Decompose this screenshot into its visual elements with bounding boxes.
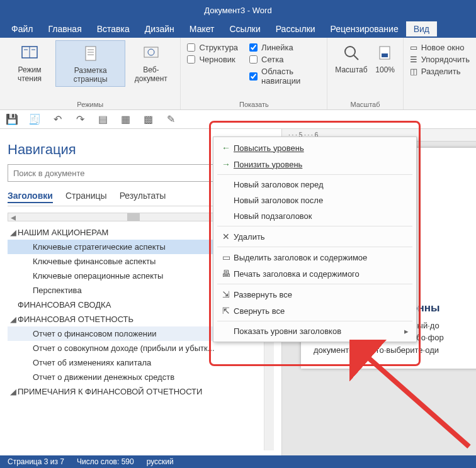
split-button[interactable]: ◫Разделить xyxy=(410,65,470,77)
structure-check[interactable]: Структура xyxy=(187,42,238,53)
tab-insert[interactable]: Вставка xyxy=(89,21,137,36)
tab-references[interactable]: Ссылки xyxy=(222,21,268,36)
ctx-print-heading[interactable]: 🖶Печать заголовка и содержимого xyxy=(213,265,416,282)
window-title: Документ3 - Word xyxy=(204,6,271,15)
quick-access-toolbar: 💾 🧾 ↶ ↷ ▤ ▦ ▩ ✎ xyxy=(0,110,476,129)
ctx-show-levels[interactable]: Показать уровни заголовков▸ xyxy=(213,323,416,339)
ruler-check[interactable]: Линейка xyxy=(249,42,320,53)
tab-mailings[interactable]: Рассылки xyxy=(268,21,323,36)
svg-rect-4 xyxy=(86,47,96,60)
group-label-show: Показать xyxy=(184,99,323,108)
qat-icon-1[interactable]: ▤ xyxy=(97,114,108,125)
tab-view[interactable]: Вид xyxy=(406,21,437,36)
tab-design[interactable]: Дизайн xyxy=(137,21,182,36)
print-layout-icon xyxy=(81,43,101,64)
ctx-new-sub[interactable]: Новый подзаголовок xyxy=(213,208,416,224)
read-mode-button[interactable]: Режим чтения xyxy=(4,40,55,86)
ribbon-group-window: ▭Новое окно ☰Упорядочить ◫Разделить xyxy=(404,38,476,109)
tree-item[interactable]: ◢ПРИМЕЧАНИЯ К ФИНАНСОВОЙ ОТЧЕТНОСТИ xyxy=(8,384,274,399)
ribbon: Режим чтения Разметка страницы Веб-докум… xyxy=(0,38,476,110)
ribbon-group-modes: Режим чтения Разметка страницы Веб-докум… xyxy=(0,38,181,109)
tab-file[interactable]: Файл xyxy=(4,21,40,36)
ctx-new-before[interactable]: Новый заголовок перед xyxy=(213,177,416,192)
print-icon: 🖶 xyxy=(218,269,234,279)
ctx-delete[interactable]: ✕Удалить xyxy=(213,228,416,245)
ribbon-group-show: Структура Черновик Линейка Сетка Область… xyxy=(181,38,327,109)
svg-rect-13 xyxy=(382,53,388,57)
collapse-icon: ⇱ xyxy=(218,306,234,316)
ctx-expand-all[interactable]: ⇲Развернуть все xyxy=(213,286,416,303)
ctx-promote[interactable]: ←Повысить уровень xyxy=(213,140,416,156)
grid-check[interactable]: Сетка xyxy=(249,53,320,65)
magnifier-icon xyxy=(341,43,361,63)
redo-icon[interactable]: ↷ xyxy=(74,114,86,125)
group-label-zoom: Масштаб xyxy=(331,99,399,108)
arrow-left-icon: ← xyxy=(218,143,234,153)
status-bar: Страница 3 из 7 Число слов: 590 русский xyxy=(0,455,476,468)
zoom-button[interactable]: Масштаб xyxy=(331,40,371,77)
tab-layout[interactable]: Макет xyxy=(182,21,222,36)
qat-icon-4[interactable]: ✎ xyxy=(165,114,176,125)
arrange-button[interactable]: ☰Упорядочить xyxy=(410,53,470,65)
qat-icon-3[interactable]: ▩ xyxy=(142,114,154,125)
read-mode-icon xyxy=(20,43,40,63)
nav-tab-headings[interactable]: Заголовки xyxy=(8,191,53,203)
context-menu: ←Повысить уровень →Понизить уровень Новы… xyxy=(213,136,417,342)
svg-point-9 xyxy=(148,49,154,55)
web-layout-icon xyxy=(141,43,161,63)
status-words[interactable]: Число слов: 590 xyxy=(77,457,134,466)
status-page[interactable]: Страница 3 из 7 xyxy=(8,457,64,466)
hundred-percent-icon xyxy=(375,43,395,63)
svg-point-10 xyxy=(345,47,355,57)
new-window-button[interactable]: ▭Новое окно xyxy=(410,42,470,53)
ctx-collapse-all[interactable]: ⇱Свернуть все xyxy=(213,303,416,319)
doc-p3c: документе,·просто·выберите·оди xyxy=(314,344,476,357)
svg-rect-8 xyxy=(144,47,158,57)
svg-line-11 xyxy=(354,55,358,60)
select-icon: ▭ xyxy=(218,252,234,262)
nav-tab-results[interactable]: Результаты xyxy=(120,191,166,203)
nav-tab-pages[interactable]: Страницы xyxy=(65,191,107,203)
ctx-demote[interactable]: →Понизить уровень xyxy=(213,156,416,172)
title-bar: Документ3 - Word xyxy=(0,0,476,20)
submenu-arrow-icon: ▸ xyxy=(404,326,409,336)
tree-item[interactable]: Отчет о движении денежных средств xyxy=(8,370,274,384)
expand-icon: ⇲ xyxy=(218,289,234,299)
qat-icon-2[interactable]: ▦ xyxy=(120,114,131,125)
web-layout-button[interactable]: Веб-документ xyxy=(125,40,176,86)
navpane-check[interactable]: Область навигации xyxy=(249,65,320,87)
hundred-percent-button[interactable]: 100% xyxy=(371,40,399,77)
tab-review[interactable]: Рецензирование xyxy=(323,21,406,36)
group-label-modes: Режимы xyxy=(4,99,176,108)
ribbon-group-zoom: Масштаб 100% Масштаб xyxy=(327,38,403,109)
draft-check[interactable]: Черновик xyxy=(187,53,238,65)
tree-item[interactable]: Отчет об изменениях капитала xyxy=(8,355,274,370)
status-lang[interactable]: русский xyxy=(147,457,174,466)
delete-icon: ✕ xyxy=(218,231,234,242)
arrow-right-icon: → xyxy=(218,159,234,169)
undo-icon[interactable]: ↶ xyxy=(52,114,63,125)
save-icon[interactable]: 💾 xyxy=(6,114,18,125)
tree-item[interactable]: Отчет о совокупном доходе (прибыли и убы… xyxy=(8,341,274,355)
ctx-select-heading[interactable]: ▭Выделить заголовок и содержимое xyxy=(213,249,416,265)
menu-bar: Файл Главная Вставка Дизайн Макет Ссылки… xyxy=(0,20,476,38)
properties-icon[interactable]: 🧾 xyxy=(29,114,40,125)
print-layout-button[interactable]: Разметка страницы xyxy=(55,40,125,87)
tab-home[interactable]: Главная xyxy=(40,21,89,36)
ctx-new-after[interactable]: Новый заголовок после xyxy=(213,192,416,208)
